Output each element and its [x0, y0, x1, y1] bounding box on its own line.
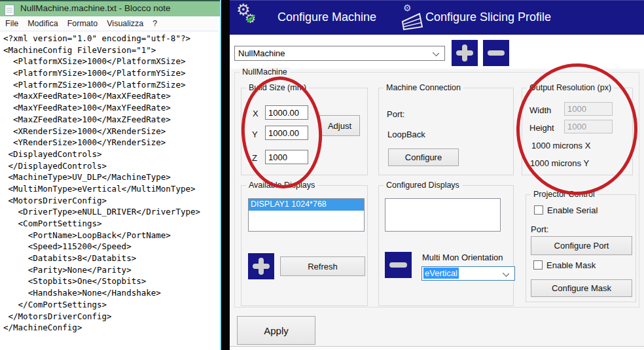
- available-displays-list[interactable]: DISPLAY1 1024*768: [248, 198, 365, 232]
- xml-line: <PlatformYSize>1000</PlatformYSize>: [3, 67, 219, 79]
- machine-select-value: NullMachine: [238, 48, 285, 58]
- group-title: Configured Displays: [384, 181, 462, 190]
- green-check-icon: ✔: [245, 12, 257, 26]
- z-label: Z: [252, 153, 257, 163]
- xml-line: <Speed>115200</Speed>: [3, 241, 219, 253]
- xml-line: <MachineType>UV_DLP</MachineType>: [3, 171, 219, 183]
- multi-mon-label: Multi Mon Orientation: [422, 253, 503, 262]
- microns-x-label: 1000 microns X: [531, 141, 590, 150]
- port-value: LoopBack: [387, 130, 425, 139]
- window-gap: [221, 0, 230, 350]
- build-size-x-input[interactable]: [265, 105, 308, 120]
- menu-item-help[interactable]: ?: [152, 19, 157, 28]
- group-build-size: Build Size (mm) X Adjust Y Z: [241, 88, 368, 175]
- xml-line: <MotorsDriverConfig>: [3, 195, 219, 207]
- menu-item-modifica[interactable]: Modifica: [27, 19, 58, 28]
- minus-icon: [389, 262, 407, 268]
- xml-line: <Stopbits>One</Stopbits>: [3, 275, 219, 287]
- xml-line: <DriverType>eNULL_DRIVER</DriverType>: [3, 206, 219, 218]
- enable-serial-checkbox[interactable]: [534, 205, 543, 215]
- menu-item-visualizza[interactable]: Visualizza: [107, 19, 143, 28]
- xml-line: <MachineConfig FileVersion="1">: [3, 44, 219, 56]
- remove-machine-button[interactable]: [483, 40, 509, 66]
- xml-line: <MaxZFeedRate>100</MaxZFeedRate>: [3, 114, 219, 126]
- configure-mask-button[interactable]: Configure Mask: [531, 279, 632, 297]
- group-title: Build Size (mm): [246, 83, 309, 92]
- xml-line: </MachineConfig>: [3, 322, 219, 334]
- dialog-header: ⚙ ⚙ ✔ Configure Machine ⚙ Configure Slic…: [230, 0, 644, 35]
- xml-line: <MaxYFeedRate>100</MaxYFeedRate>: [3, 102, 219, 114]
- xml-line: <?xml version="1.0" encoding="utf-8"?>: [3, 33, 219, 44]
- refresh-button[interactable]: Refresh: [280, 256, 365, 276]
- adjust-button[interactable]: Adjust: [319, 115, 360, 136]
- output-width-input: [564, 102, 613, 116]
- tab-configure-slicing-profile[interactable]: ⚙ Configure Slicing Profile: [401, 1, 571, 35]
- height-label: Height: [529, 123, 554, 133]
- machine-select-dropdown[interactable]: NullMachine: [234, 46, 445, 61]
- group-available-displays: Available Displays DISPLAY1 1024*768 Ref…: [241, 185, 368, 306]
- x-label: X: [253, 109, 259, 118]
- xml-line: <MaxXFeedRate>100</MaxXFeedRate>: [3, 90, 219, 102]
- xml-line: <XRenderSize>1000</XRenderSize>: [3, 126, 219, 137]
- xml-line: </DisplayedControls>: [3, 160, 219, 172]
- tab-configure-machine[interactable]: ⚙ ⚙ ✔ Configure Machine: [234, 1, 397, 35]
- menu-item-formato[interactable]: Formato: [67, 19, 98, 28]
- group-machine-connection: Machine Connection Port: LoopBack Config…: [378, 88, 514, 175]
- configure-connection-button[interactable]: Configure: [388, 149, 459, 166]
- xml-line: </MotorsDriverConfig>: [3, 311, 219, 323]
- build-size-y-input[interactable]: [265, 126, 308, 140]
- xml-line: <PortName>LoopBack</PortName>: [3, 230, 219, 241]
- xml-line: <Databits>8</Databits>: [3, 253, 219, 264]
- xml-line: <Handshake>None</Handshake>: [3, 287, 219, 299]
- xml-line: <YRenderSize>1000</YRenderSize>: [3, 137, 219, 149]
- group-title: Output Resolution (px): [527, 83, 614, 92]
- enable-mask-label: Enable Mask: [546, 260, 596, 270]
- xml-line: <Parity>None</Parity>: [3, 264, 219, 276]
- xml-line: <PlatformZSize>1000</PlatformZSize>: [3, 79, 219, 91]
- group-title: Available Displays: [246, 181, 317, 190]
- dialog-footer: [230, 346, 644, 350]
- xml-line: <PlatformXSize>1000</PlatformXSize>: [3, 56, 219, 67]
- configured-displays-list[interactable]: [385, 198, 501, 232]
- notepad-text-area[interactable]: <?xml version="1.0" encoding="utf-8"?> <…: [0, 31, 219, 350]
- xml-line: <MultiMonType>eVertical</MultiMonType>: [3, 183, 219, 195]
- chevron-down-icon: [503, 270, 509, 277]
- xml-line: <DisplayedControls>: [3, 149, 219, 160]
- minus-icon: [488, 50, 505, 56]
- group-output-resolution: Output Resolution (px) Width Height 1000…: [522, 88, 633, 175]
- machine-gears-icon: ⚙ ⚙ ✔: [235, 2, 264, 33]
- apply-button[interactable]: Apply: [237, 316, 315, 345]
- multi-mon-value: eVertical: [423, 268, 459, 279]
- width-label: Width: [529, 105, 551, 115]
- enable-mask-checkbox[interactable]: [533, 260, 543, 270]
- projector-port-label: Port:: [531, 224, 548, 234]
- enable-serial-label: Enable Serial: [547, 205, 598, 215]
- notepad-icon: [5, 5, 14, 16]
- notepad-menubar: File Modifica Formato Visualizza ?: [0, 16, 219, 31]
- y-label: Y: [252, 130, 258, 139]
- xml-line: <ComPortSettings>: [3, 218, 219, 230]
- list-item-display1[interactable]: DISPLAY1 1024*768: [249, 199, 364, 211]
- notepad-titlebar[interactable]: NullMachine.machine.txt - Blocco note: [0, 0, 220, 16]
- output-height-input: [564, 120, 613, 133]
- add-display-button[interactable]: [248, 253, 274, 279]
- configure-slicing-title: Configure Slicing Profile: [425, 10, 551, 24]
- configure-machine-window: ⚙ ⚙ ✔ Configure Machine ⚙ Configure Slic…: [230, 0, 644, 350]
- xml-line: </ComPortSettings>: [3, 299, 219, 311]
- add-machine-button[interactable]: [452, 40, 478, 66]
- slicing-profile-icon: ⚙: [401, 5, 425, 32]
- menu-item-file[interactable]: File: [5, 19, 18, 28]
- remove-display-button[interactable]: [385, 252, 412, 278]
- notepad-title: NullMachine.machine.txt - Blocco note: [20, 3, 171, 13]
- multi-mon-orientation-dropdown[interactable]: eVertical: [421, 266, 515, 281]
- chevron-down-icon: [433, 50, 439, 56]
- group-configured-displays: Configured Displays Multi Mon Orientatio…: [378, 185, 514, 306]
- group-title: Projector Control: [531, 190, 598, 199]
- notepad-window: NullMachine.machine.txt - Blocco note Fi…: [0, 0, 221, 350]
- port-label: Port:: [387, 109, 404, 119]
- configure-port-button[interactable]: Configure Port: [531, 236, 632, 255]
- configure-machine-title: Configure Machine: [277, 10, 376, 24]
- build-size-z-input[interactable]: [265, 150, 308, 164]
- group-title: NullMachine: [240, 67, 290, 77]
- group-projector-control: Projector Control Enable Serial Port: Co…: [526, 194, 636, 302]
